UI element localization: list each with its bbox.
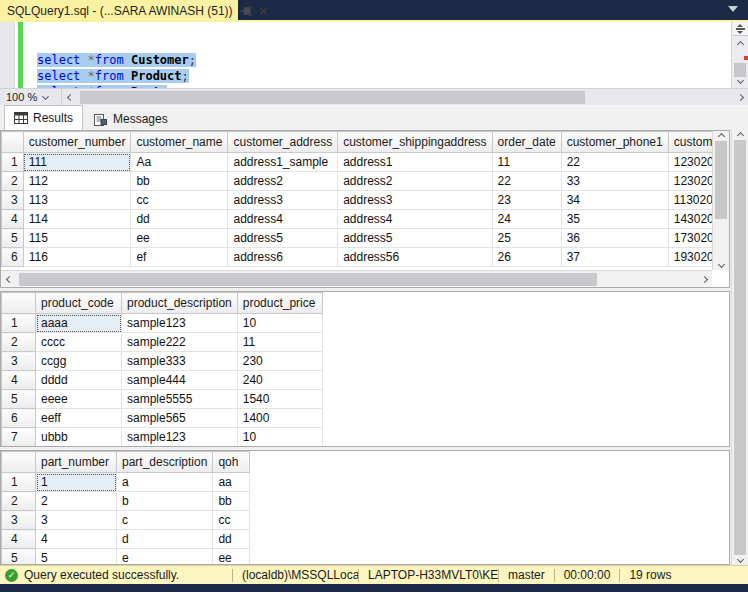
grid-cell[interactable]: Aa [131,153,228,172]
grid-cell[interactable]: 1400 [237,409,322,428]
grid-cell[interactable]: 173020202 [668,229,712,248]
zoom-dropdown-icon[interactable] [42,92,49,99]
grid-cell[interactable]: 23 [492,191,561,210]
editor-vertical-scrollbar[interactable] [731,22,748,88]
grid-cell[interactable]: sample123 [122,428,238,447]
grid1-vscroll-thumb[interactable] [715,141,727,219]
editor-scroll-track[interactable] [732,47,748,78]
row-header[interactable]: 5 [2,390,36,409]
grid-cell[interactable]: 115 [23,229,131,248]
grid-cell[interactable]: 22 [561,153,668,172]
grid-cell[interactable]: 25 [492,229,561,248]
column-header[interactable]: customer_number [23,132,131,153]
row-header[interactable]: 4 [2,530,36,549]
grid-cell[interactable]: address3 [338,191,492,210]
grid-cell[interactable]: ef [131,248,228,267]
grid-cell[interactable]: sample565 [122,409,238,428]
column-header[interactable]: customer_pho [668,132,712,153]
pin-icon[interactable] [240,5,252,18]
row-header[interactable]: 4 [2,210,24,229]
grid-cell[interactable]: 230 [237,352,322,371]
scroll-right-icon[interactable] [696,271,712,287]
column-header[interactable]: part_description [117,452,213,473]
grid-cell[interactable]: 2 [36,492,117,511]
row-header[interactable]: 5 [2,229,24,248]
row-header[interactable]: 5 [2,549,36,565]
column-header[interactable]: customer_shippingaddress [338,132,492,153]
code-line[interactable]: select *from Customer; [37,52,731,68]
grid-cell[interactable]: c [117,511,213,530]
row-header[interactable]: 3 [2,191,24,210]
grid1-hscroll-thumb[interactable] [19,273,597,286]
grid-cell[interactable]: address4 [338,210,492,229]
grid-cell[interactable]: address6 [228,248,338,267]
grid-cell[interactable]: 4 [36,530,117,549]
grid-cell[interactable]: eeff [36,409,122,428]
grid-cell[interactable]: cc [213,511,250,530]
grid-cell[interactable]: 113020202 [668,191,712,210]
column-header[interactable]: product_description [122,293,238,314]
grid-cell[interactable]: 3 [36,511,117,530]
tab-list-dropdown-icon[interactable] [728,6,738,12]
row-header[interactable]: 1 [2,314,36,333]
hscroll-right-icon[interactable] [732,89,748,105]
grid-cell[interactable]: 34 [561,191,668,210]
grid-cell[interactable]: 10 [237,314,322,333]
grid-cell[interactable]: 240 [237,371,322,390]
results-scroll-thumb[interactable] [734,140,746,555]
scroll-left-icon[interactable] [1,271,17,287]
row-header[interactable]: 2 [2,492,36,511]
column-header[interactable]: product_price [237,293,322,314]
grid-cell[interactable]: bb [131,172,228,191]
code-lines[interactable]: select *from Customer;select *from Produ… [37,22,731,88]
grid-cell[interactable]: 143020202 [668,210,712,229]
grid-cell[interactable]: aa [213,473,250,492]
column-header[interactable]: order_date [492,132,561,153]
grid-cell[interactable]: 26 [492,248,561,267]
scroll-down-icon[interactable] [717,261,724,268]
breakpoint-margin[interactable] [0,22,15,88]
editor-scroll-thumb[interactable] [734,63,746,77]
grid-cell[interactable]: aaaa [36,314,122,333]
grid-cell[interactable]: 114 [23,210,131,229]
grid-cell[interactable]: 35 [561,210,668,229]
zoom-combo[interactable]: 100 % [0,89,62,105]
grid-cell[interactable]: address4 [228,210,338,229]
grid-cell[interactable]: dd [131,210,228,229]
grid-cell[interactable]: 1 [36,473,117,492]
grid-cell[interactable]: b [117,492,213,511]
editor-surface[interactable]: select *from Customer;select *from Produ… [0,22,748,88]
scroll-down-icon[interactable] [736,77,743,84]
editor-hscroll-thumb[interactable] [80,91,585,104]
grid-cell[interactable]: dd [213,530,250,549]
grid-cell[interactable]: 22 [492,172,561,191]
grid-cell[interactable]: 123020202 [668,172,712,191]
grid-cell[interactable]: 33 [561,172,668,191]
row-header[interactable]: 4 [2,371,36,390]
row-header[interactable]: 6 [2,248,24,267]
grid-cell[interactable]: address5 [228,229,338,248]
row-header[interactable]: 2 [2,172,24,191]
grid-cell[interactable]: sample444 [122,371,238,390]
grid-cell[interactable]: eeee [36,390,122,409]
grid-cell[interactable]: 10 [237,428,322,447]
grid-cell[interactable]: 37 [561,248,668,267]
grid-cell[interactable]: 111 [23,153,131,172]
grid-cell[interactable]: address2 [338,172,492,191]
grid-cell[interactable]: cccc [36,333,122,352]
grid-cell[interactable]: 112 [23,172,131,191]
splitter-grip-icon[interactable] [733,22,748,36]
grid-cell[interactable]: 36 [561,229,668,248]
grid-cell[interactable]: 113 [23,191,131,210]
row-header[interactable]: 3 [2,511,36,530]
hscroll-left-icon[interactable] [62,89,78,105]
grid-cell[interactable]: address1_sample [228,153,338,172]
grid-cell[interactable]: cc [131,191,228,210]
code-line[interactable]: select *from Product; [37,68,731,84]
grid-cell[interactable]: address5 [338,229,492,248]
row-header[interactable]: 7 [2,428,36,447]
grid-cell[interactable]: 116 [23,248,131,267]
grid-corner[interactable] [2,132,24,153]
grid-cell[interactable]: ubbb [36,428,122,447]
grid-cell[interactable]: e [117,549,213,565]
